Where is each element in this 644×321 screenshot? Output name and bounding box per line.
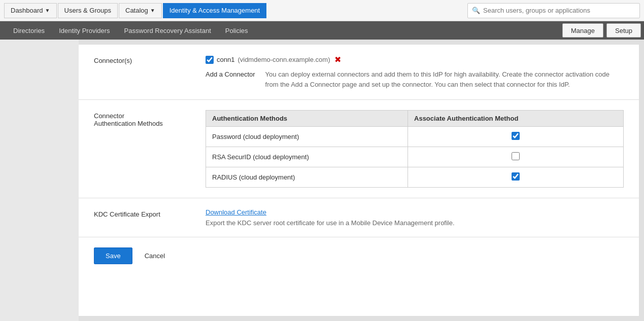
method-name-cell: RSA SecurID (cloud deployment): [206, 147, 408, 167]
dashboard-button[interactable]: Dashboard ▼: [4, 3, 57, 18]
auth-methods-body: Password (cloud deployment) RSA SecurID …: [206, 127, 624, 188]
method-associate-checkbox[interactable]: [512, 132, 520, 140]
download-certificate-link[interactable]: Download Certificate: [206, 208, 266, 216]
connector-domain: (vidmdemo-conn.example.com): [238, 56, 330, 63]
method-name-cell: Password (cloud deployment): [206, 127, 408, 147]
iam-label: Identity & Access Management: [170, 7, 260, 14]
catalog-caret-icon: ▼: [150, 8, 155, 13]
users-groups-button[interactable]: Users & Groups: [58, 3, 118, 18]
catalog-button[interactable]: Catalog ▼: [119, 3, 162, 18]
auth-methods-row: RSA SecurID (cloud deployment): [206, 147, 624, 167]
manage-button[interactable]: Manage: [562, 23, 603, 38]
col-associate-header: Associate Authentication Method: [408, 111, 624, 127]
add-connector-desc: You can deploy external connectors and a…: [265, 69, 624, 89]
auth-methods-label: ConnectorAuthentication Methods: [94, 110, 195, 127]
dashboard-caret-icon: ▼: [45, 8, 50, 13]
auth-methods-content: Authentication Methods Associate Authent…: [206, 110, 624, 188]
kdc-description: Export the KDC server root certificate f…: [206, 219, 624, 227]
auth-methods-row: RADIUS (cloud deployment): [206, 167, 624, 188]
auth-methods-section: ConnectorAuthentication Methods Authenti…: [79, 100, 639, 198]
main-wrapper: Connector(s) conn1 (vidmdemo-conn.exampl…: [0, 40, 644, 321]
catalog-label: Catalog: [125, 7, 148, 14]
connectors-section: Connector(s) conn1 (vidmdemo-conn.exampl…: [79, 45, 639, 100]
col-methods-header: Authentication Methods: [206, 111, 408, 127]
connector-row: conn1 (vidmdemo-conn.example.com) ✖: [206, 55, 624, 64]
action-section: Save Cancel: [79, 237, 639, 274]
connectors-content: conn1 (vidmdemo-conn.example.com) ✖ Add …: [206, 55, 624, 89]
setup-button[interactable]: Setup: [606, 23, 641, 38]
auth-methods-row: Password (cloud deployment): [206, 127, 624, 147]
nav-policies[interactable]: Policies: [218, 21, 255, 40]
connector-checkbox[interactable]: [206, 56, 214, 64]
auth-methods-header-row: Authentication Methods Associate Authent…: [206, 111, 624, 127]
secondary-nav-right: Manage Setup: [562, 23, 644, 38]
delete-connector-icon[interactable]: ✖: [334, 55, 341, 64]
connectors-label: Connector(s): [94, 55, 195, 64]
connector-name: conn1: [217, 56, 234, 63]
method-checkbox-cell: [408, 147, 624, 167]
dashboard-label: Dashboard: [11, 7, 43, 14]
auth-methods-table: Authentication Methods Associate Authent…: [206, 110, 624, 188]
search-box: 🔍: [467, 3, 640, 18]
nav-identity-providers[interactable]: Identity Providers: [52, 21, 117, 40]
search-input[interactable]: [483, 7, 635, 14]
method-checkbox-cell: [408, 127, 624, 147]
save-button[interactable]: Save: [94, 247, 132, 264]
add-connector-row: Add a Connector You can deploy external …: [206, 69, 624, 89]
nav-password-recovery[interactable]: Password Recovery Assistant: [117, 21, 218, 40]
method-associate-checkbox[interactable]: [512, 172, 520, 181]
method-associate-checkbox[interactable]: [512, 152, 520, 160]
sidebar: [0, 40, 79, 321]
add-connector-label: Add a Connector: [206, 69, 255, 78]
kdc-label: KDC Certificate Export: [94, 208, 195, 218]
users-groups-label: Users & Groups: [64, 7, 111, 14]
method-name-cell: RADIUS (cloud deployment): [206, 167, 408, 188]
method-checkbox-cell: [408, 167, 624, 188]
search-icon: 🔍: [472, 7, 480, 14]
kdc-section: KDC Certificate Export Download Certific…: [79, 198, 639, 237]
iam-button[interactable]: Identity & Access Management: [163, 3, 266, 18]
top-nav: Dashboard ▼ Users & Groups Catalog ▼ Ide…: [0, 0, 644, 21]
content-area: Connector(s) conn1 (vidmdemo-conn.exampl…: [79, 45, 639, 316]
secondary-nav: Directories Identity Providers Password …: [0, 21, 644, 40]
nav-directories[interactable]: Directories: [6, 21, 52, 40]
cancel-button[interactable]: Cancel: [139, 247, 171, 264]
kdc-content: Download Certificate Export the KDC serv…: [206, 208, 624, 227]
